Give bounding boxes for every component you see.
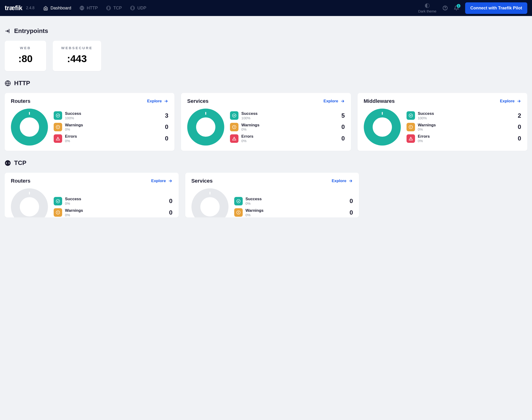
- notification-badge: 1: [457, 4, 460, 8]
- nav-http[interactable]: HTTP: [79, 6, 98, 11]
- nav-label: HTTP: [87, 6, 98, 11]
- connect-pilot-button[interactable]: Connect with Traefik Pilot: [465, 2, 527, 14]
- arrow-right-icon: [164, 99, 168, 104]
- stat-text: Success 100%: [241, 111, 336, 120]
- http-cards: Routers Explore Success 100% 3 Warnings …: [5, 93, 527, 151]
- warning-icon: [230, 123, 239, 131]
- nav-dashboard[interactable]: Dashboard: [43, 6, 71, 11]
- app-version: 2.4.8: [26, 6, 35, 10]
- stat-label: Errors: [65, 134, 160, 139]
- success-icon: [407, 111, 415, 120]
- card-title: Services: [191, 178, 213, 184]
- stat-text: Errors 0%: [241, 134, 336, 143]
- stats-col: Success 100% 3 Warnings 0% 0 Errors 0% 0: [54, 111, 168, 143]
- stat-line-warning: Warnings 0% 0: [407, 123, 521, 132]
- svg-point-22: [234, 139, 234, 140]
- nav-tcp[interactable]: TCP: [106, 6, 122, 11]
- explore-link[interactable]: Explore: [323, 99, 345, 104]
- warning-icon: [54, 123, 62, 131]
- card-body: Success 100% 3 Warnings 0% 0 Errors 0% 0: [11, 108, 168, 146]
- stat-line-success: Success 0% 0: [234, 197, 353, 205]
- stat-label: Warnings: [65, 208, 164, 213]
- stat-card: Services Explore Success 0% 0 Warnings 0…: [185, 173, 359, 217]
- stat-count: 0: [167, 197, 173, 205]
- explore-link[interactable]: Explore: [500, 99, 521, 104]
- stat-label: Success: [245, 197, 345, 201]
- stat-label: Success: [65, 197, 164, 201]
- stat-count: 0: [347, 209, 353, 216]
- card-title: Routers: [11, 98, 30, 104]
- stat-text: Success 100%: [418, 111, 513, 120]
- entrypoint-card-web[interactable]: WEB :80: [5, 41, 46, 71]
- svg-point-30: [410, 139, 411, 140]
- stat-text: Warnings 0%: [241, 123, 336, 132]
- entrypoint-name: WEBSECURE: [61, 46, 93, 50]
- stat-line-error: Errors 0% 0: [54, 134, 168, 143]
- stat-card: Routers Explore Success 0% 0 Warnings 0%…: [5, 173, 179, 217]
- warning-icon: [407, 123, 415, 131]
- entrypoints-head: Entrypoints: [5, 27, 527, 35]
- entrypoint-port: :80: [13, 53, 38, 64]
- card-title: Middlewares: [364, 98, 395, 104]
- contrast-icon: [425, 3, 430, 8]
- svg-point-31: [5, 160, 11, 166]
- theme-toggle[interactable]: Dark theme: [418, 3, 436, 13]
- warning-icon: [54, 208, 62, 217]
- stat-percent: 0%: [241, 127, 336, 131]
- svg-point-23: [368, 113, 396, 141]
- svg-point-32: [15, 193, 44, 217]
- stat-percent: 0%: [418, 139, 513, 143]
- svg-point-15: [192, 113, 220, 141]
- card-header: Services Explore: [187, 98, 345, 104]
- stat-count: 0: [163, 123, 168, 131]
- globe-icon: [5, 80, 11, 86]
- card-body: Success 100% 2 Warnings 0% 0 Errors 0% 0: [364, 108, 521, 146]
- stat-card: Services Explore Success 100% 5 Warnings…: [181, 93, 351, 151]
- top-header: træfik 2.4.8 Dashboard HTTP TCP UDP Dark…: [0, 0, 532, 16]
- stat-text: Warnings 0%: [245, 208, 345, 217]
- svg-point-14: [58, 139, 58, 140]
- stat-percent: 100%: [418, 116, 513, 120]
- stat-percent: 100%: [241, 116, 336, 120]
- explore-link[interactable]: Explore: [147, 99, 168, 104]
- app-logo: træfik: [5, 4, 22, 12]
- stat-count: 0: [516, 123, 521, 131]
- stat-label: Warnings: [65, 123, 160, 128]
- nav-label: UDP: [137, 6, 146, 11]
- card-title: Services: [187, 98, 209, 104]
- help-icon: [442, 5, 448, 11]
- stat-label: Success: [241, 111, 336, 116]
- card-header: Routers Explore: [11, 178, 173, 184]
- stat-label: Warnings: [241, 123, 336, 128]
- stat-text: Errors 0%: [418, 134, 513, 143]
- warning-icon: [234, 208, 243, 217]
- stat-card: Routers Explore Success 100% 3 Warnings …: [5, 93, 174, 151]
- help-button[interactable]: [442, 5, 448, 11]
- stat-text: Warnings 0%: [65, 208, 164, 217]
- stat-text: Success 0%: [245, 197, 345, 205]
- stat-percent: 100%: [65, 116, 160, 120]
- stat-label: Errors: [241, 134, 336, 139]
- stat-label: Warnings: [245, 208, 345, 213]
- stat-percent: 0%: [65, 201, 164, 205]
- stat-line-warning: Warnings 0% 0: [230, 123, 345, 132]
- stat-text: Errors 0%: [65, 134, 160, 143]
- explore-link[interactable]: Explore: [151, 179, 172, 183]
- entrypoint-card-websecure[interactable]: WEBSECURE :443: [53, 41, 101, 71]
- notifications-button[interactable]: 1: [454, 5, 459, 11]
- donut-chart: [11, 108, 48, 146]
- stats-col: Success 0% 0 Warnings 0% 0: [54, 197, 173, 217]
- stat-text: Warnings 0%: [65, 123, 160, 132]
- card-header: Middlewares Explore: [364, 98, 521, 104]
- stat-line-error: Errors 0% 0: [407, 134, 521, 143]
- stat-line-error: Errors 0% 0: [230, 134, 345, 143]
- error-icon: [407, 134, 415, 143]
- svg-point-20: [234, 128, 234, 128]
- card-body: Success 0% 0 Warnings 0% 0: [11, 188, 173, 217]
- main-nav: Dashboard HTTP TCP UDP: [43, 6, 146, 11]
- explore-link[interactable]: Explore: [332, 179, 353, 183]
- page-content: Entrypoints WEB :80 WEBSECURE :443 HTTP …: [0, 16, 532, 224]
- donut-chart: [364, 108, 401, 146]
- nav-udp[interactable]: UDP: [130, 6, 146, 11]
- login-icon: [5, 28, 11, 34]
